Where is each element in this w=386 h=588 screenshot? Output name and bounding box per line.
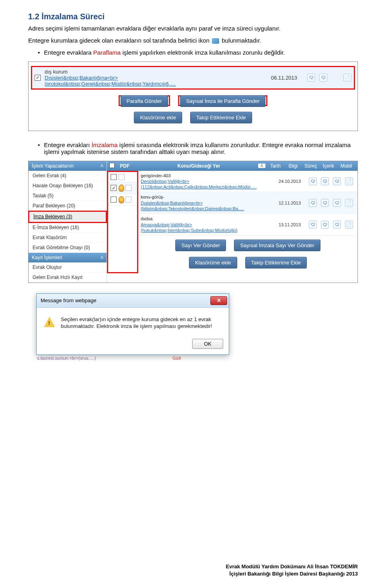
- process-icon[interactable]: 🗨: [321, 199, 329, 207]
- content-icon[interactable]: 🗨: [333, 199, 341, 207]
- close-button[interactable]: ✕: [210, 296, 227, 305]
- sidebar-item-klasorum[interactable]: Evrak Klasörüm: [29, 233, 107, 243]
- btn-sayi-ver[interactable]: Sayı Ver Gönder: [175, 240, 226, 251]
- sidebar-item-hizli[interactable]: Gelen Evrak Hızlı Kayıt: [29, 272, 107, 283]
- th-surec: Süreç: [302, 163, 320, 169]
- r2-sub[interactable]: (bilisim&nbsp;Teknolojileri&nbsp;Dairesi…: [141, 206, 279, 211]
- evrak-link[interactable]: Dısisleri&nbsp;Bakanlığına<br>: [45, 75, 267, 81]
- table-row[interactable]: gerigönder-403 Denizli&nbsp;Valiliği<br>…: [138, 171, 357, 193]
- b2-b: İmzalama: [92, 141, 118, 148]
- chevron-up-icon: ᐱ: [101, 164, 103, 168]
- row3-pdf-checkbox[interactable]: [125, 197, 131, 203]
- th-mobil: Mobil: [337, 163, 355, 169]
- sidebar-item-gorebilme[interactable]: Evrak Görebilme Onayı (0): [29, 243, 107, 253]
- btn-klasorume-ekle[interactable]: Klasörüme ekle: [134, 112, 182, 123]
- b1-a: Entegre evraklara: [44, 49, 93, 56]
- r3-date: 13.11.2013: [279, 222, 307, 227]
- sidebar: İşlem Yapacaklarım ᐱ Gelen Evrak (4) Hav…: [29, 161, 107, 283]
- screenshot-imza: İşlem Yapacaklarım ᐱ Gelen Evrak (4) Hav…: [28, 161, 358, 283]
- sidebar-item-gelen[interactable]: Gelen Evrak (4): [29, 171, 107, 181]
- content-icon[interactable]: 🗨: [333, 177, 341, 185]
- r1-title: gerigönder-403: [141, 173, 279, 178]
- process-icon[interactable]: 🗨: [321, 221, 329, 229]
- btn-takip-ekle-2[interactable]: Takip Ettiklerime Ekle: [245, 257, 307, 268]
- sidebar-item-olustur[interactable]: Evrak Oluştur: [29, 262, 107, 272]
- bullet-1: Entegre evraklara Paraflama işlemi yapıl…: [38, 49, 358, 56]
- chevron-up-icon: ᐱ: [101, 255, 103, 260]
- attach-icon: A: [258, 164, 265, 168]
- btn-klasorume-ekle-2[interactable]: Klasörüme ekle: [189, 257, 237, 268]
- mobile-icon[interactable]: 📄: [345, 199, 353, 207]
- r2-title: konu-görüş-: [141, 194, 279, 200]
- r2-link[interactable]: Dısisleri&nbsp;Bakanlığına<br>: [141, 200, 279, 206]
- th-pdf: PDF: [120, 163, 141, 169]
- row2-pdf-checkbox[interactable]: [125, 185, 131, 191]
- r1-link[interactable]: Denizli&nbsp;Valiliği<br>: [141, 178, 279, 184]
- ribbon-icon: [119, 196, 124, 203]
- r3-sub[interactable]: (hukuk&nbsp;İsleri&nbsp;Sube&nbsp;Müdürl…: [141, 227, 279, 233]
- imza-button-row-1: Sayı Ver Gönder Sayısal İmzala Sayı Ver …: [138, 240, 357, 251]
- dialog-title-text: Message from webpage: [41, 297, 96, 303]
- evrak-sub[interactable]: (protokol&nbsp;Genel&nbsp;Müdür&nbsp;Yar…: [45, 81, 267, 87]
- table-row[interactable]: konu-görüş- Dısisleri&nbsp;Bakanlığına<b…: [138, 192, 357, 214]
- sidebar-item-taslak[interactable]: Taslak (5): [29, 191, 107, 201]
- highlight-sayisal: Sayısal İmza ile Parafla Gönder: [178, 95, 268, 106]
- evrak-row-highlight: ✓ dış kurum Dısisleri&nbsp;Bakanlığına<b…: [31, 66, 355, 90]
- screenshot-paraf: ✓ dış kurum Dısisleri&nbsp;Bakanlığına<b…: [28, 61, 358, 131]
- row2-checkbox[interactable]: ✓: [111, 185, 117, 191]
- dialog-message: Seçilen evrak(lar)ın içinde entegre kuru…: [61, 316, 222, 330]
- th-tarih: Tarih: [267, 163, 284, 169]
- message-dialog: Message from webpage ✕ Seçilen evrak(lar…: [36, 293, 229, 355]
- btn-sayisal-parafla[interactable]: Sayısal İmza ile Parafla Gönder: [180, 95, 266, 107]
- row1-pdf-checkbox[interactable]: [119, 174, 125, 180]
- btn-sayisal-imzala[interactable]: Sayısal İmzala Sayı Ver Gönder: [234, 240, 320, 251]
- panel-kayit-islemleri[interactable]: Kayıt İşlemleri ᐱ: [29, 253, 107, 262]
- th-konu: Konu/Gideceği Yer: [141, 163, 257, 169]
- under-right: Gizli: [172, 356, 181, 361]
- imza-button-row-2: Klasörüme ekle Takip Ettiklerime Ekle: [138, 257, 357, 268]
- content-icon[interactable]: 🗨: [333, 221, 341, 229]
- row3-checkbox[interactable]: [111, 197, 117, 203]
- b1-b: Paraflama: [93, 49, 121, 56]
- r2-date: 12.11.2013: [279, 201, 307, 205]
- p2-pre: Entegre kurumlara gidecek olan evrakları…: [28, 37, 211, 44]
- dialog-titlebar: Message from webpage ✕: [37, 294, 229, 308]
- bullet-2: Entegre evrakları İmzalama işlemi sırası…: [38, 141, 358, 155]
- ribbon-icon: [119, 184, 124, 192]
- sidebar-item-imza-bekleyen[interactable]: İmza Bekleyen (3): [29, 212, 106, 222]
- sidebar-item-eimza[interactable]: E-İmza Bekleyen (16): [29, 223, 107, 233]
- table-row[interactable]: dsdsa Amasya&nbsp;Valiliği<br> (hukuk&nb…: [138, 214, 357, 236]
- r3-link[interactable]: Amasya&nbsp;Valiliği<br>: [141, 222, 279, 227]
- row1-checkbox[interactable]: [111, 174, 117, 180]
- mobile-icon[interactable]: 📄: [345, 177, 353, 185]
- r3-title: dsdsa: [141, 216, 279, 221]
- section-heading: 1.2 İmzalama Süreci: [28, 12, 358, 21]
- evrak-date: 06.11.2013: [271, 75, 303, 81]
- info-icon[interactable]: 🗨: [309, 221, 317, 229]
- p2-post: bulunmaktadır.: [222, 37, 261, 44]
- warning-icon: [44, 317, 55, 327]
- r1-sub[interactable]: (112&nbsp;Acil&nbsp;Çağrı&nbsp;Merkezi&n…: [141, 184, 279, 190]
- b1-c: işlemi yapılırken elektronik imza kullan…: [121, 49, 285, 56]
- header-checkbox[interactable]: [109, 163, 115, 168]
- content-icon[interactable]: 📄: [343, 74, 351, 82]
- btn-takip-ekle[interactable]: Takip Ettiklerime Ekle: [190, 112, 252, 123]
- footer-line-2: İçişleri Bakanlığı Bilgi İşlem Dairesi B…: [226, 570, 358, 578]
- sidebar-sel-label: İmza Bekleyen (3): [33, 214, 72, 219]
- sidebar-item-paraf[interactable]: Paraf Bekleyen (20): [29, 201, 107, 211]
- r1-date: 24.10.2013: [279, 179, 307, 184]
- evrak-kurum: dış kurum: [45, 69, 267, 75]
- btn-parafla-gonder[interactable]: Parafla Gönder: [121, 95, 168, 107]
- info-icon[interactable]: 🗨: [309, 199, 317, 207]
- process-icon[interactable]: 🗨: [319, 74, 327, 82]
- mobile-icon[interactable]: 📄: [345, 221, 353, 229]
- sidebar-item-havale[interactable]: Havale Onayı Bekleyen (16): [29, 181, 107, 191]
- ok-button[interactable]: OK: [192, 339, 223, 349]
- evrak-checkbox[interactable]: ✓: [35, 75, 41, 81]
- info-icon[interactable]: 🗨: [307, 74, 315, 82]
- footer-line-1: Evrak Modülü Yardım Dokümanı Ali İhsan T…: [226, 563, 358, 570]
- panel-islem-yapacaklarim[interactable]: İşlem Yapacaklarım ᐱ: [29, 161, 107, 171]
- process-icon[interactable]: 🗨: [321, 177, 329, 185]
- th-icerik: İçerik: [320, 163, 337, 169]
- info-icon[interactable]: 🗨: [309, 177, 317, 185]
